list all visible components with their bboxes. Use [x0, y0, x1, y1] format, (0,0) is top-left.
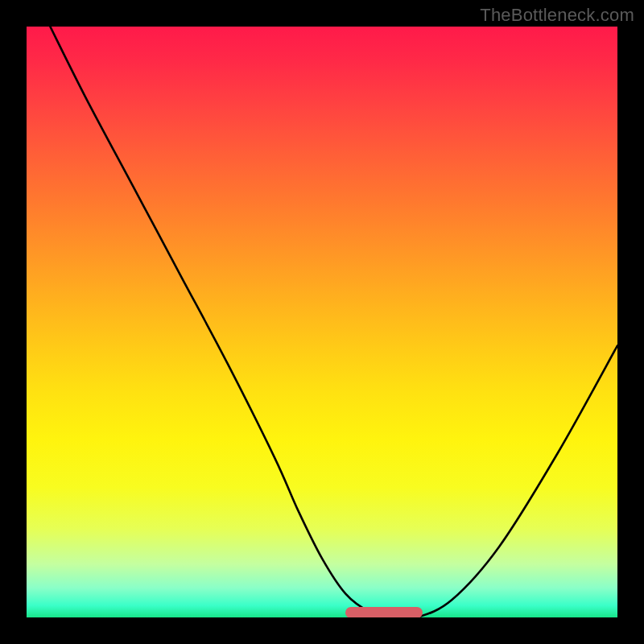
bottleneck-curve	[50, 27, 617, 617]
chart-plot-area	[27, 27, 617, 617]
optimal-range-marker	[345, 607, 422, 617]
chart-curve-svg	[27, 27, 617, 617]
watermark-text: TheBottleneck.com	[480, 5, 634, 26]
